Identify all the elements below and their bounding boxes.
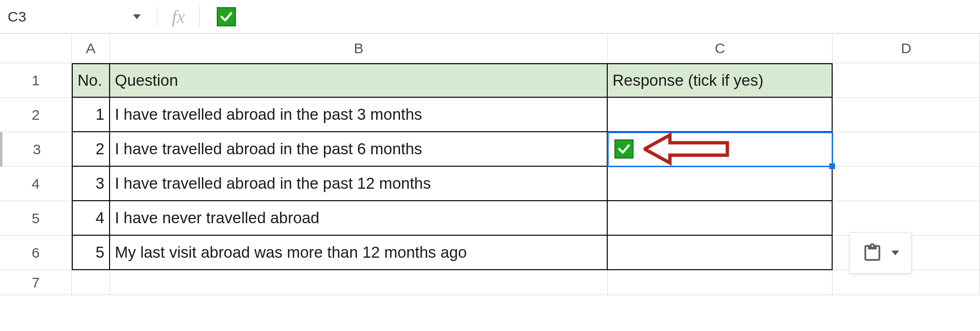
cell-C2[interactable] bbox=[608, 98, 833, 132]
spreadsheet-grid[interactable]: A B C D 1 No. Question Response (tick if… bbox=[0, 34, 980, 295]
cell-D1[interactable] bbox=[833, 63, 980, 98]
paste-options-button[interactable] bbox=[849, 232, 912, 274]
cell-C4[interactable] bbox=[608, 167, 833, 201]
formula-bar: C3 fx bbox=[0, 0, 980, 34]
column-header-A[interactable]: A bbox=[72, 34, 110, 63]
divider bbox=[199, 6, 200, 27]
divider bbox=[157, 6, 157, 27]
cell-B7[interactable] bbox=[110, 270, 608, 295]
cell-D4[interactable] bbox=[833, 167, 980, 201]
checkmark-icon bbox=[217, 7, 236, 26]
active-cell-ref: C3 bbox=[8, 9, 26, 25]
cell-B4[interactable]: I have travelled abroad in the past 12 m… bbox=[110, 167, 608, 201]
cell-B1[interactable]: Question bbox=[110, 63, 608, 98]
fx-icon[interactable]: fx bbox=[165, 6, 191, 27]
cell-A1[interactable]: No. bbox=[72, 63, 110, 98]
row-header-2[interactable]: 2 bbox=[0, 98, 72, 132]
cell-A3[interactable]: 2 bbox=[72, 132, 110, 167]
column-header-D[interactable]: D bbox=[833, 34, 980, 63]
row-header-6[interactable]: 6 bbox=[0, 236, 72, 270]
select-all-corner[interactable] bbox=[0, 34, 72, 63]
cell-D5[interactable] bbox=[833, 201, 980, 236]
cell-C1[interactable]: Response (tick if yes) bbox=[608, 63, 833, 98]
row-header-7[interactable]: 7 bbox=[0, 270, 72, 295]
column-header-B[interactable]: B bbox=[110, 34, 608, 63]
cell-A4[interactable]: 3 bbox=[72, 167, 110, 201]
cell-B2[interactable]: I have travelled abroad in the past 3 mo… bbox=[110, 98, 608, 132]
row-header-5[interactable]: 5 bbox=[0, 201, 72, 236]
cell-B6[interactable]: My last visit abroad was more than 12 mo… bbox=[110, 236, 608, 270]
cell-C6[interactable] bbox=[608, 236, 833, 270]
row-header-1[interactable]: 1 bbox=[0, 63, 72, 98]
cell-A5[interactable]: 4 bbox=[72, 201, 110, 236]
cell-B5[interactable]: I have never travelled abroad bbox=[110, 201, 608, 236]
chevron-down-icon[interactable] bbox=[133, 14, 141, 19]
column-header-C[interactable]: C bbox=[608, 34, 833, 63]
cell-D7[interactable] bbox=[833, 270, 980, 295]
cell-C3[interactable] bbox=[608, 132, 833, 167]
cell-B3[interactable]: I have travelled abroad in the past 6 mo… bbox=[110, 132, 608, 167]
chevron-down-icon bbox=[891, 251, 899, 255]
formula-input[interactable] bbox=[207, 7, 236, 26]
cell-C7[interactable] bbox=[608, 270, 833, 295]
svg-marker-0 bbox=[645, 135, 727, 163]
arrow-left-icon bbox=[644, 132, 749, 166]
cell-A6[interactable]: 5 bbox=[72, 236, 110, 270]
cell-A2[interactable]: 1 bbox=[72, 98, 110, 132]
cell-A7[interactable] bbox=[72, 270, 110, 295]
name-box[interactable]: C3 bbox=[6, 9, 149, 25]
clipboard-icon bbox=[862, 242, 883, 263]
checkmark-icon bbox=[614, 139, 634, 159]
cell-D2[interactable] bbox=[833, 98, 980, 132]
row-header-3[interactable]: 3 bbox=[0, 132, 72, 167]
cell-D3[interactable] bbox=[833, 132, 980, 167]
row-header-4[interactable]: 4 bbox=[0, 167, 72, 201]
cell-C5[interactable] bbox=[608, 201, 833, 236]
